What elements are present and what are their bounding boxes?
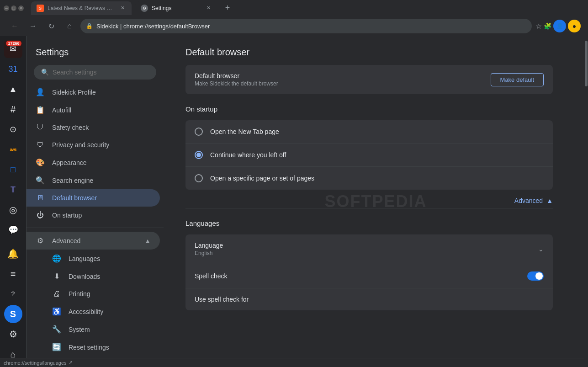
spell-check-row: Spell check xyxy=(185,264,553,288)
default-browser-label: Default browser xyxy=(195,72,483,80)
sidebar-item-system-label: System xyxy=(69,326,90,333)
extensions-icon[interactable]: 🧩 xyxy=(544,22,551,30)
language-row[interactable]: Language English ⌄ xyxy=(185,234,553,264)
radio-new-tab-label: Open the New Tab page xyxy=(210,128,279,135)
app-profile-s[interactable]: S xyxy=(4,305,22,323)
status-bar: chrome://settings/languages ↗ xyxy=(0,358,588,367)
app-seven[interactable]: □ xyxy=(4,160,22,179)
maximize-button[interactable]: □ xyxy=(11,5,16,11)
spell-check-toggle[interactable] xyxy=(527,271,544,281)
startup-new-tab[interactable]: Open the New Tab page xyxy=(185,120,553,144)
app-slack[interactable]: # xyxy=(4,100,22,118)
close-button[interactable]: ✕ xyxy=(18,5,24,11)
sidebar-item-printing[interactable]: 🖨 Printing xyxy=(26,285,160,303)
app-bell[interactable]: 🔔 xyxy=(4,245,22,263)
tab-news[interactable]: S Latest News & Reviews by Softp... ✕ xyxy=(31,1,132,15)
sidebar-item-on-startup[interactable]: ⏻ On startup xyxy=(26,207,160,224)
on-startup-icon: ⏻ xyxy=(36,211,45,219)
sidebar-item-downloads[interactable]: ⬇ Downloads xyxy=(26,267,160,285)
nav-actions: ☆ 🧩 👤 ● xyxy=(535,20,581,32)
on-startup-title: On startup xyxy=(185,105,553,113)
content-inner: Default browser Default browser Make Sid… xyxy=(164,36,575,321)
on-startup-section: On startup Open the New Tab page Continu… xyxy=(185,105,553,190)
avatar-button[interactable]: ● xyxy=(568,20,581,32)
safety-icon: 🛡 xyxy=(36,123,45,132)
minimize-button[interactable]: – xyxy=(4,5,9,11)
sidebar-item-profile[interactable]: 👤 Sidekick Profile xyxy=(26,83,160,101)
app-teams[interactable]: T xyxy=(4,181,22,199)
advanced-section-header[interactable]: ⚙ Advanced ▲ xyxy=(26,232,160,250)
default-browser-desc: Make Sidekick the default browser xyxy=(195,80,483,87)
app-gmail[interactable]: ✉ 17266 xyxy=(4,40,22,58)
sidebar-item-search[interactable]: 🔍 Search engine xyxy=(26,171,160,189)
sidebar-item-profile-label: Sidekick Profile xyxy=(52,89,96,96)
address-separator: | xyxy=(120,23,123,30)
sidebar-item-system[interactable]: 🔧 System xyxy=(26,320,160,338)
app-settings-gear[interactable]: ⚙ xyxy=(4,325,22,343)
default-browser-card: Default browser Make Sidekick the defaul… xyxy=(185,65,553,94)
app-drive[interactable]: ▲ xyxy=(4,80,22,98)
sidebar-item-languages[interactable]: 🌐 Languages xyxy=(26,250,160,267)
radio-new-tab xyxy=(195,128,203,136)
right-scrollbar-track xyxy=(584,36,588,367)
profile-button[interactable]: 👤 xyxy=(553,20,566,32)
sidebar-item-appearance[interactable]: 🎨 Appearance xyxy=(26,154,160,171)
site-name: Sidekick xyxy=(96,23,118,30)
sidebar-item-reset-label: Reset settings xyxy=(69,344,109,351)
back-button[interactable]: ← xyxy=(7,19,22,33)
right-scrollbar-thumb[interactable] xyxy=(585,41,588,86)
app-list[interactable]: ≡ xyxy=(4,265,22,283)
lock-icon: 🔒 xyxy=(86,23,93,29)
search-engine-icon: 🔍 xyxy=(36,176,45,185)
sidebar-item-autofill[interactable]: 📋 Autofill xyxy=(26,101,160,119)
app-calendar[interactable]: 31 xyxy=(4,60,22,78)
toggle-knob xyxy=(535,272,543,280)
system-icon: 🔧 xyxy=(52,325,61,334)
language-chevron-icon[interactable]: ⌄ xyxy=(538,245,544,253)
languages-icon: 🌐 xyxy=(52,254,61,263)
main-layout: ✉ 17266 31 ▲ # ⊙ aws □ T ◎ 💬 🔔 xyxy=(0,36,588,367)
app-help[interactable]: ? xyxy=(4,285,22,303)
sidebar-item-accessibility[interactable]: ♿ Accessibility xyxy=(26,303,160,320)
tab-news-favicon: S xyxy=(37,5,44,12)
address-bar[interactable]: 🔒 Sidekick | chrome://settings/defaultBr… xyxy=(80,19,532,33)
app-instagram[interactable]: ◎ xyxy=(4,201,22,219)
bookmark-icon[interactable]: ☆ xyxy=(535,22,542,31)
tab-settings[interactable]: ⚙ Settings ✕ xyxy=(135,1,217,15)
sidebar-item-reset[interactable]: 🔄 Reset settings xyxy=(26,338,160,356)
advanced-label: Advanced xyxy=(52,237,137,245)
advanced-toggle-button[interactable]: Advanced ▲ xyxy=(514,197,553,204)
forward-button[interactable]: → xyxy=(26,19,40,33)
language-title: Language xyxy=(195,242,538,249)
sidebar-item-default-browser-label: Default browser xyxy=(52,194,97,202)
sidebar-item-default-browser[interactable]: 🖥 Default browser xyxy=(26,189,160,207)
sidebar-item-search-label: Search engine xyxy=(52,177,93,184)
tab-settings-close[interactable]: ✕ xyxy=(205,5,212,12)
app-aws[interactable]: aws xyxy=(4,140,22,159)
spell-check-for-label-text: Use spell check for xyxy=(195,296,544,303)
sidebar-item-safety[interactable]: 🛡 Safety check xyxy=(26,119,160,136)
search-input[interactable] xyxy=(53,69,149,76)
startup-specific-page[interactable]: Open a specific page or set of pages xyxy=(185,167,553,190)
home-button[interactable]: ⌂ xyxy=(62,19,77,33)
privacy-icon: 🛡 xyxy=(36,141,45,149)
reset-icon: 🔄 xyxy=(52,343,61,351)
search-bar[interactable]: 🔍 xyxy=(34,65,156,80)
sidebar-item-privacy-label: Privacy and security xyxy=(52,141,109,149)
startup-continue[interactable]: Continue where you left off xyxy=(185,144,553,167)
downloads-icon: ⬇ xyxy=(52,272,61,281)
make-default-button[interactable]: Make default xyxy=(491,73,544,86)
app-messenger[interactable]: 💬 xyxy=(4,221,22,239)
sidebar-item-languages-label: Languages xyxy=(69,255,100,262)
new-tab-button[interactable]: + xyxy=(221,2,234,15)
tab-news-close[interactable]: ✕ xyxy=(119,5,126,12)
language-label-text: Language English xyxy=(195,242,538,256)
window-controls: – □ ✕ xyxy=(4,5,24,11)
reload-button[interactable]: ↻ xyxy=(44,19,58,33)
nav-bar: ← → ↻ ⌂ 🔒 Sidekick | chrome://settings/d… xyxy=(0,16,588,36)
app-sidebar: ✉ 17266 31 ▲ # ⊙ aws □ T ◎ 💬 🔔 xyxy=(0,36,26,367)
sidebar-item-privacy[interactable]: 🛡 Privacy and security xyxy=(26,136,160,154)
app-github[interactable]: ⊙ xyxy=(4,120,22,138)
profile-icon: 👤 xyxy=(36,88,45,96)
tab-settings-favicon: ⚙ xyxy=(141,5,148,12)
